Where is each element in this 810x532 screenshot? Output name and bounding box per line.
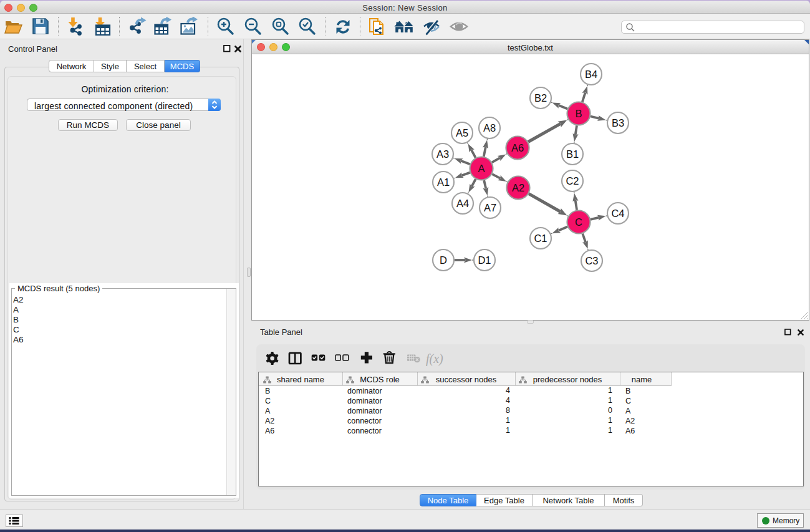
svg-text:C3: C3 [585, 255, 598, 266]
svg-text:A2: A2 [512, 182, 524, 193]
svg-text:A: A [478, 163, 485, 174]
svg-text:A4: A4 [456, 198, 469, 209]
svg-text:B1: B1 [566, 148, 579, 160]
svg-text:A7: A7 [484, 202, 496, 213]
svg-text:B4: B4 [585, 69, 597, 80]
svg-text:B3: B3 [612, 117, 624, 128]
svg-text:A5: A5 [456, 127, 468, 138]
svg-text:B2: B2 [534, 92, 547, 104]
svg-text:B: B [575, 108, 582, 119]
svg-text:A1: A1 [437, 177, 450, 188]
svg-text:A3: A3 [436, 148, 449, 160]
svg-text:C: C [575, 216, 582, 228]
svg-text:A6: A6 [511, 142, 524, 153]
svg-text:D: D [440, 254, 447, 266]
svg-text:A8: A8 [483, 122, 496, 133]
svg-text:C4: C4 [611, 208, 624, 219]
svg-text:D1: D1 [478, 254, 491, 266]
svg-text:C1: C1 [534, 233, 547, 244]
svg-text:C2: C2 [566, 175, 579, 186]
svg-text:f(x): f(x) [426, 352, 443, 366]
